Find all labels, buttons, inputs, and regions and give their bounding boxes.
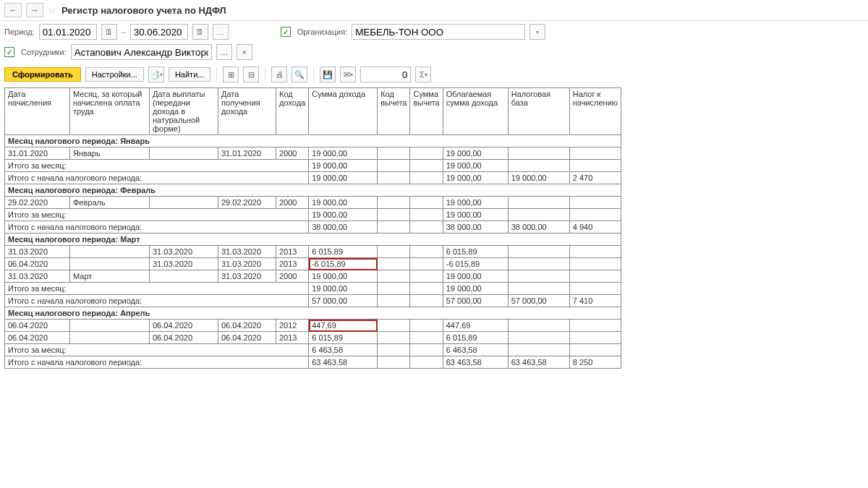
date-separator: – [122, 27, 126, 36]
col-header: Сумма вычета [410, 88, 443, 135]
cell [410, 172, 443, 184]
group-header: Месяц налогового периода: Март [5, 234, 621, 246]
cell: 31.03.2020 [218, 258, 276, 270]
collapse-groups-button[interactable]: ⊟ [243, 67, 259, 82]
org-checkbox[interactable]: ✓ [281, 27, 291, 37]
cell [378, 258, 410, 270]
cell: 6 015,89 [309, 332, 378, 344]
cell [410, 320, 443, 332]
sum-button[interactable]: Σ▾ [415, 67, 431, 82]
org-dropdown-icon[interactable]: ▾ [529, 24, 545, 40]
date-to-input[interactable] [130, 24, 188, 40]
col-header: Сумма дохода [309, 88, 378, 135]
cell: 06.04.2020 [150, 332, 218, 344]
cell: 06.04.2020 [150, 320, 218, 332]
cell [410, 344, 443, 356]
cell [150, 270, 218, 283]
cell [569, 283, 621, 295]
cell [378, 160, 410, 172]
cell [150, 197, 218, 209]
cell: 19 000,00 [309, 270, 378, 283]
cell: 06.04.2020 [5, 258, 70, 270]
calendar-from-icon[interactable]: 🗓 [101, 24, 117, 40]
cell [410, 295, 443, 307]
col-header: Дата выплаты (передачи дохода в натураль… [150, 88, 218, 135]
cell: 2000 [276, 270, 309, 283]
col-header: Код дохода [276, 88, 309, 135]
employees-select-button[interactable]: … [216, 44, 232, 60]
cell: 19 000,00 [443, 270, 508, 283]
cell: 19 000,00 [309, 172, 378, 184]
cell [378, 283, 410, 295]
cell: 6 015,89 [443, 332, 508, 344]
employees-checkbox[interactable]: ✓ [4, 47, 14, 57]
settings-button[interactable]: Настройки... [85, 67, 144, 82]
cell: 19 000,00 [309, 147, 378, 160]
cell: 447,69 [309, 320, 378, 332]
cell [508, 160, 569, 172]
table-row: 31.03.2020Март31.03.2020200019 000,0019 … [5, 270, 621, 283]
save-variant-button[interactable]: 📑▾ [148, 67, 164, 82]
cell: 29.02.2020 [5, 197, 70, 209]
month-total-row: Итого за месяц:6 463,586 463,58 [5, 344, 621, 356]
period-select-button[interactable]: … [213, 24, 229, 40]
table-row: 06.04.202006.04.202006.04.20202012447,69… [5, 320, 621, 332]
cell: 4 940 [569, 221, 621, 234]
cell: 6 463,58 [443, 344, 508, 356]
employees-clear-button[interactable]: × [237, 44, 252, 60]
col-header: Облагаемая сумма дохода [443, 88, 508, 135]
nav-forward-button[interactable]: → [26, 3, 43, 17]
report-table: Дата начисления Месяц, за который начисл… [4, 87, 621, 369]
cell: 63 463,58 [508, 356, 569, 369]
cell [70, 246, 150, 258]
cell: 38 000,00 [443, 221, 508, 234]
calendar-to-icon[interactable]: 🗓 [192, 24, 208, 40]
cell [378, 344, 410, 356]
org-input[interactable] [352, 24, 525, 40]
cell: -6 015,89 [443, 258, 508, 270]
cell: 06.04.2020 [5, 332, 70, 344]
preview-button[interactable]: 🔍 [292, 67, 307, 82]
col-header: Дата получения дохода [218, 88, 276, 135]
find-button[interactable]: Найти... [169, 67, 211, 82]
cell [378, 270, 410, 283]
cell: 38 000,00 [508, 221, 569, 234]
period-total-row: Итого с начала налогового периода:63 463… [5, 356, 621, 369]
generate-button[interactable]: Сформировать [4, 67, 81, 82]
cell [508, 320, 569, 332]
cell [508, 246, 569, 258]
cell [410, 197, 443, 209]
nav-back-button[interactable]: ← [4, 3, 22, 17]
cell [508, 147, 569, 160]
print-button[interactable]: 🖨 [271, 67, 287, 82]
employees-input[interactable] [71, 44, 212, 60]
period-total-row: Итого с начала налогового периода:19 000… [5, 172, 621, 184]
email-button[interactable]: ✉▾ [340, 67, 356, 82]
month-total-row: Итого за месяц:19 000,0019 000,00 [5, 283, 621, 295]
count-input[interactable] [360, 67, 411, 82]
cell: 31.03.2020 [150, 258, 218, 270]
cell [569, 197, 621, 209]
save-button[interactable]: 💾 [320, 67, 336, 82]
favorite-icon[interactable]: ☆ [48, 4, 57, 16]
cell: 19 000,00 [309, 283, 378, 295]
cell: 31.01.2020 [5, 147, 70, 160]
expand-groups-button[interactable]: ⊞ [223, 67, 239, 82]
cell [569, 147, 621, 160]
cell [378, 332, 410, 344]
date-from-input[interactable] [39, 24, 97, 40]
cell: 31.03.2020 [218, 270, 276, 283]
cell: 6 015,89 [443, 246, 508, 258]
cell: 19 000,00 [443, 160, 508, 172]
cell [508, 197, 569, 209]
cell [70, 258, 150, 270]
total-label: Итого за месяц: [5, 160, 309, 172]
cell [569, 344, 621, 356]
cell: 2013 [276, 332, 309, 344]
total-label: Итого с начала налогового периода: [5, 172, 309, 184]
cell [508, 209, 569, 221]
col-header: Налоговая база [508, 88, 569, 135]
group-header: Месяц налогового периода: Февраль [5, 184, 621, 197]
cell [569, 258, 621, 270]
cell: 2000 [276, 197, 309, 209]
